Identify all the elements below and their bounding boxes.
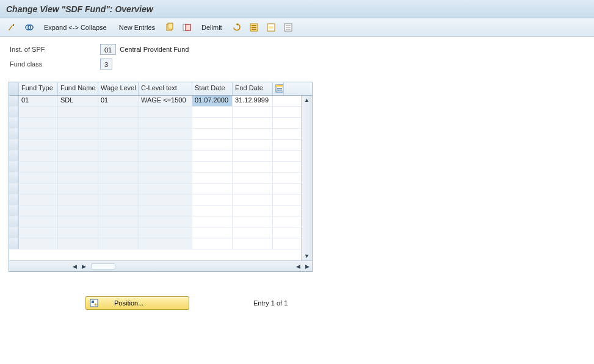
footer: Position... Entry 1 of 1 (0, 296, 594, 310)
table-row[interactable] (9, 129, 312, 140)
table-settings-icon[interactable] (273, 82, 284, 95)
position-icon (90, 299, 98, 307)
svg-rect-10 (252, 29, 256, 30)
svg-rect-12 (269, 26, 273, 29)
table-row[interactable]: 01 SDL 01 WAGE <=1500 01.07.2000 31.12.9… (9, 96, 312, 107)
svg-rect-23 (95, 304, 96, 305)
table-row[interactable] (9, 107, 312, 118)
inst-spf-label: Inst. of SPF (9, 46, 100, 53)
cell-fund-type[interactable]: 01 (19, 96, 58, 106)
change-display-toggle-icon[interactable] (5, 21, 20, 34)
table-row[interactable] (9, 238, 312, 249)
cell-start-date[interactable]: 01.07.2000 (192, 96, 233, 106)
cell-end-date[interactable]: 31.12.9999 (233, 96, 273, 106)
scroll-thumb[interactable] (91, 263, 115, 269)
scroll-up-icon[interactable]: ▲ (304, 97, 310, 103)
other-view-icon[interactable] (22, 21, 37, 34)
col-fund-type[interactable]: Fund Type (19, 82, 58, 95)
position-label: Position... (114, 299, 143, 307)
table-body: 01 SDL 01 WAGE <=1500 01.07.2000 31.12.9… (9, 96, 312, 260)
svg-rect-8 (252, 25, 256, 26)
svg-rect-22 (92, 301, 94, 303)
select-all-column[interactable] (9, 82, 19, 95)
scroll-down-icon[interactable]: ▼ (304, 253, 310, 259)
cell-c-level-text[interactable]: WAGE <=1500 (139, 96, 192, 106)
row-selector[interactable] (9, 96, 19, 106)
deselect-all-icon[interactable] (281, 21, 295, 34)
page-title: Change View "SDF Fund": Overview (6, 4, 153, 14)
table-row[interactable] (9, 118, 312, 129)
table-row[interactable] (9, 194, 312, 205)
table-row[interactable] (9, 216, 312, 227)
select-all-icon[interactable] (247, 21, 261, 34)
table-row[interactable] (9, 184, 312, 194)
inst-spf-value[interactable]: 01 (100, 44, 116, 55)
copy-icon[interactable] (162, 21, 177, 34)
form-row-fund-class: Fund class 3 (9, 57, 585, 71)
svg-rect-20 (277, 90, 282, 91)
new-entries-button[interactable]: New Entries (114, 21, 160, 34)
toolbar: Expand <-> Collapse New Entries Delimit (0, 18, 594, 37)
inst-spf-desc: Central Provident Fund (120, 46, 189, 53)
form-row-inst-spf: Inst. of SPF 01 Central Provident Fund (9, 43, 585, 56)
svg-rect-15 (286, 27, 291, 28)
col-fund-name[interactable]: Fund Name (58, 82, 98, 95)
table-row[interactable] (9, 227, 312, 238)
data-table: Fund Type Fund Name Wage Level C-Level t… (9, 82, 313, 272)
svg-rect-6 (186, 24, 190, 30)
form-area: Inst. of SPF 01 Central Provident Fund F… (0, 37, 594, 76)
horizontal-scrollbar[interactable]: ◀ ▶ ◀ ▶ (9, 260, 312, 271)
svg-rect-4 (168, 23, 173, 29)
svg-rect-18 (276, 85, 283, 87)
svg-rect-19 (277, 88, 282, 89)
table-header-row: Fund Type Fund Name Wage Level C-Level t… (9, 82, 312, 96)
delete-icon[interactable] (179, 21, 194, 34)
fund-class-label: Fund class (9, 60, 100, 68)
col-wage-level[interactable]: Wage Level (98, 82, 139, 95)
col-end-date[interactable]: End Date (233, 82, 273, 95)
cell-fund-name[interactable]: SDL (58, 96, 98, 106)
table-row[interactable] (9, 173, 312, 184)
table-row[interactable] (9, 205, 312, 216)
col-c-level-text[interactable]: C-Level text (139, 82, 192, 95)
cell-wage-level[interactable]: 01 (98, 96, 139, 106)
table-row[interactable] (9, 162, 312, 173)
table-row[interactable] (9, 151, 312, 162)
scroll-right-end-icon[interactable]: ▶ (303, 263, 312, 269)
entry-count: Entry 1 of 1 (253, 299, 288, 307)
fund-class-value[interactable]: 3 (100, 59, 112, 70)
svg-rect-9 (252, 27, 256, 28)
scroll-left-icon[interactable]: ◀ (70, 263, 79, 269)
scroll-right-icon[interactable]: ▶ (79, 263, 89, 269)
position-button[interactable]: Position... (85, 296, 189, 310)
vertical-scrollbar[interactable]: ▲ ▼ (301, 96, 312, 260)
delimit-button[interactable]: Delimit (197, 21, 227, 34)
select-block-icon[interactable] (264, 21, 278, 34)
svg-rect-16 (286, 29, 291, 30)
scroll-left-end-icon[interactable]: ◀ (294, 263, 303, 269)
svg-rect-0 (13, 24, 14, 26)
undo-icon[interactable] (230, 21, 244, 34)
svg-rect-14 (286, 25, 291, 26)
col-start-date[interactable]: Start Date (192, 82, 233, 95)
table-row[interactable] (9, 140, 312, 151)
title-bar: Change View "SDF Fund": Overview (0, 0, 594, 18)
expand-collapse-button[interactable]: Expand <-> Collapse (39, 21, 112, 34)
